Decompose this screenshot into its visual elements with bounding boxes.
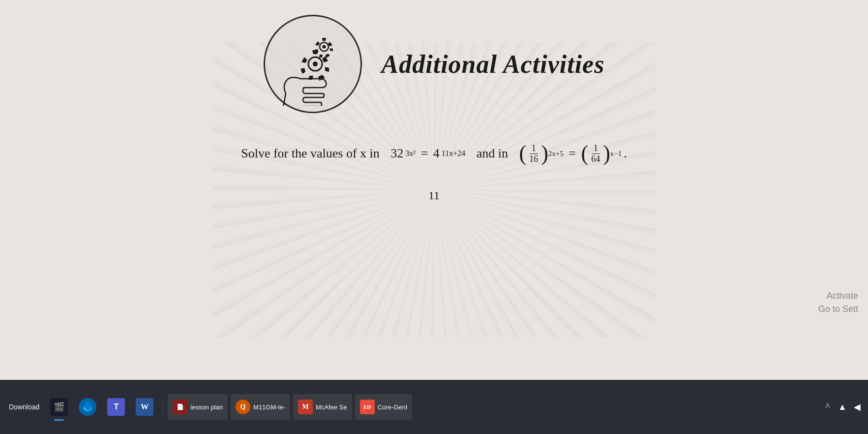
page-title: Additional Activities <box>382 50 605 79</box>
page-number: 11 <box>241 189 627 202</box>
taskbar-sep-1 <box>162 398 163 416</box>
base1: 32 <box>390 146 403 161</box>
download-label: Download <box>5 403 43 411</box>
header-row: Additional Activities <box>264 15 605 113</box>
taskbar-teams-app[interactable]: T <box>103 394 129 420</box>
lesson-plan-icon: 📄 <box>173 400 187 414</box>
taskbar-right-area: ^ ▲ ◀ <box>822 401 863 413</box>
exp1: 3x² <box>405 150 416 157</box>
activate-watermark: Activate Go to Sett <box>818 289 858 316</box>
word-letter: W <box>141 403 149 411</box>
word-icon: W <box>136 398 153 416</box>
expr1: 323x² = 411x+24 <box>390 146 465 161</box>
gear-illustration <box>271 22 355 106</box>
taskbar-core-gen[interactable]: ED Core-GenI <box>355 394 413 420</box>
and-in-text: and in <box>477 146 508 161</box>
teams-letter: T <box>114 403 119 411</box>
core-gen-label: Core-GenI <box>378 403 408 411</box>
m11gm-icon: Q <box>236 400 250 414</box>
activate-line1: Activate <box>818 289 858 303</box>
period: . <box>624 146 627 161</box>
taskbar-chevron-up[interactable]: ^ <box>822 401 834 413</box>
taskbar-back-arrow[interactable]: ◀ <box>851 401 863 413</box>
frac1-exp: 2x+5 <box>548 150 564 157</box>
frac1-denominator: 16 <box>527 154 540 164</box>
math-content: Solve for the values of x in 323x² = 411… <box>241 143 627 202</box>
left-paren-1: ( <box>519 143 527 164</box>
video-app-icon: 🎬 <box>50 398 68 416</box>
svg-point-1 <box>313 62 318 66</box>
active-indicator-video <box>54 419 64 421</box>
core-gen-icon: ED <box>360 400 375 414</box>
document-area: Additional Activities Solve for the valu… <box>0 0 868 380</box>
taskbar-up-arrow[interactable]: ▲ <box>837 401 848 413</box>
svg-point-3 <box>322 45 326 49</box>
taskbar-word-app[interactable]: W <box>132 394 157 420</box>
taskbar-mcafee[interactable]: M McAfee Se <box>293 394 352 420</box>
frac2-numerator: 1 <box>592 143 600 154</box>
taskbar-edge-app[interactable] <box>75 394 100 420</box>
frac1-group: ( 1 16 ) 2x+5 <box>519 143 564 164</box>
frac2-denominator: 64 <box>589 154 602 164</box>
taskbar-video-app[interactable]: 🎬 <box>46 394 72 420</box>
m11gm-glyph: Q <box>240 403 246 411</box>
frac2-group: ( 1 64 ) x−1 <box>581 143 622 164</box>
exp2: 11x+24 <box>442 150 465 157</box>
edge-svg <box>81 401 94 413</box>
right-paren-2: ) <box>603 143 610 164</box>
problem-statement: Solve for the values of x in 323x² = 411… <box>241 143 627 164</box>
m11gm-label: M11GM-le- <box>253 403 285 411</box>
mcafee-icon: M <box>298 400 313 414</box>
frac1-numerator: 1 <box>530 143 538 154</box>
gear-circle-icon <box>264 15 362 113</box>
fraction-1: 1 16 <box>527 143 540 164</box>
mcafee-glyph: M <box>302 403 308 411</box>
lesson-plan-glyph: 📄 <box>177 403 184 411</box>
right-paren-1: ) <box>541 143 548 164</box>
taskbar: Download 🎬 T W 📄 lesson <box>0 380 868 434</box>
edge-icon <box>79 398 96 416</box>
core-gen-glyph: ED <box>363 404 371 410</box>
taskbar-lesson-plan[interactable]: 📄 lesson plan <box>168 394 228 420</box>
fraction-2: 1 64 <box>589 143 602 164</box>
problem-intro: Solve for the values of x in <box>241 146 380 161</box>
teams-icon: T <box>107 398 125 416</box>
expr2: ( 1 16 ) 2x+5 = ( 1 64 ) x−1 <box>519 143 627 164</box>
taskbar-m11gm[interactable]: Q M11GM-le- <box>231 394 290 420</box>
base2: 4 <box>433 146 440 161</box>
mcafee-label: McAfee Se <box>316 403 347 411</box>
video-icon-glyph: 🎬 <box>54 402 64 412</box>
lesson-plan-label: lesson plan <box>190 403 223 411</box>
activate-line2: Go to Sett <box>818 303 858 316</box>
frac2-exp: x−1 <box>610 150 622 157</box>
left-paren-2: ( <box>581 143 588 164</box>
